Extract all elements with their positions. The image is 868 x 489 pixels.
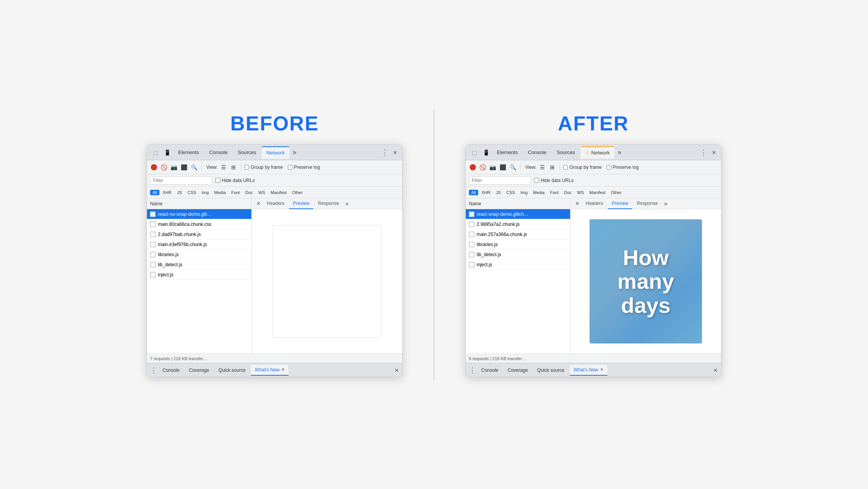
after-cursor-icon[interactable]: ⬚: [469, 147, 480, 158]
view-large-icon[interactable]: ⊞: [229, 163, 238, 172]
after-type-img[interactable]: Img: [518, 190, 530, 195]
after-hide-data-urls-checkbox[interactable]: [534, 178, 539, 183]
after-tab-sources[interactable]: Sources: [552, 146, 580, 159]
after-preview-tab-headers[interactable]: Headers: [582, 198, 607, 209]
after-type-font[interactable]: Font: [548, 190, 561, 195]
after-type-manifest[interactable]: Manifest: [587, 190, 608, 195]
after-drawer-menu-icon[interactable]: ⋮: [469, 366, 476, 375]
after-type-xhr[interactable]: XHR: [479, 190, 493, 195]
type-manifest[interactable]: Manifest: [268, 190, 289, 195]
after-preview-tab-preview[interactable]: Preview: [608, 198, 632, 209]
after-drawer-tab-whats-new[interactable]: What's New ✕: [570, 365, 607, 376]
after-group-by-frame-checkbox[interactable]: [563, 165, 568, 170]
after-type-media[interactable]: Media: [531, 190, 547, 195]
tab-elements[interactable]: Elements: [173, 146, 204, 159]
filter-input[interactable]: [150, 176, 212, 185]
drawer-tab-console[interactable]: Console: [159, 365, 183, 376]
after-tab-elements[interactable]: Elements: [492, 146, 522, 159]
type-img[interactable]: Img: [199, 190, 211, 195]
drawer-tab-quick-source[interactable]: Quick source: [214, 365, 249, 376]
after-camera-button[interactable]: 📷: [488, 163, 497, 172]
after-file-row-0[interactable]: react-snap-demo.glitch…: [466, 209, 570, 219]
type-css[interactable]: CSS: [185, 190, 199, 195]
after-tab-console[interactable]: Console: [523, 146, 551, 159]
type-media[interactable]: Media: [212, 190, 228, 195]
after-view-list-icon[interactable]: ☰: [538, 163, 546, 172]
type-xhr[interactable]: XHR: [160, 190, 174, 195]
after-drawer-close-icon[interactable]: ✕: [713, 367, 718, 373]
type-js[interactable]: JS: [175, 190, 184, 195]
after-clear-button[interactable]: 🚫: [478, 163, 487, 172]
after-preserve-log-checkbox[interactable]: [607, 165, 611, 170]
type-doc[interactable]: Doc: [243, 190, 255, 195]
preview-tab-headers[interactable]: Headers: [263, 198, 288, 209]
after-record-button[interactable]: [470, 164, 476, 170]
file-row-0[interactable]: react-no-snap-demo.glit…: [147, 209, 251, 219]
hide-data-urls-checkbox[interactable]: [215, 178, 220, 183]
after-preview-more-icon[interactable]: »: [662, 200, 669, 207]
after-close-devtools-icon[interactable]: ✕: [710, 149, 718, 156]
cursor-icon[interactable]: ⬚: [150, 147, 161, 158]
tab-console[interactable]: Console: [204, 146, 232, 159]
after-drawer-tab-quick-source[interactable]: Quick source: [533, 365, 568, 376]
drawer-whats-new-close-icon[interactable]: ✕: [281, 367, 285, 372]
type-all[interactable]: All: [150, 190, 159, 195]
device-icon[interactable]: 📱: [162, 147, 173, 158]
after-type-all[interactable]: All: [469, 190, 478, 195]
drawer-tab-coverage[interactable]: Coverage: [185, 365, 213, 376]
camera-button[interactable]: 📷: [169, 163, 178, 172]
close-devtools-icon[interactable]: ✕: [391, 149, 399, 156]
after-file-row-4[interactable]: lib_detect.js: [466, 250, 570, 260]
after-file-row-2[interactable]: main.257a366a.chunk.js: [466, 229, 570, 239]
group-by-frame-checkbox[interactable]: [244, 165, 249, 170]
preview-close-icon[interactable]: ✕: [255, 201, 262, 206]
type-font[interactable]: Font: [229, 190, 242, 195]
search-button[interactable]: 🔍: [190, 163, 198, 172]
drawer-menu-icon[interactable]: ⋮: [150, 366, 157, 375]
preview-tab-response[interactable]: Response: [314, 198, 343, 209]
after-tab-network[interactable]: ⚠ Network: [581, 146, 615, 159]
tab-sources[interactable]: Sources: [233, 146, 261, 159]
after-filter-icon[interactable]: ⬛: [498, 163, 507, 172]
after-view-large-icon[interactable]: ⊞: [548, 163, 557, 172]
file-row-5[interactable]: lib_detect.js: [147, 260, 251, 270]
after-more-tabs-icon[interactable]: »: [615, 148, 624, 156]
after-drawer-tab-console[interactable]: Console: [477, 365, 502, 376]
after-type-other[interactable]: Other: [609, 190, 624, 195]
file-row-3[interactable]: main.e3ef976b.chunk.js: [147, 239, 251, 250]
after-drawer-tab-coverage[interactable]: Coverage: [504, 365, 532, 376]
preserve-log-checkbox[interactable]: [288, 165, 292, 170]
file-row-4[interactable]: libraries.js: [147, 250, 251, 260]
after-type-css[interactable]: CSS: [504, 190, 517, 195]
preview-more-icon[interactable]: »: [344, 200, 350, 207]
drawer-tab-whats-new[interactable]: What's New ✕: [251, 365, 289, 376]
after-settings-icon[interactable]: ⋮: [698, 148, 709, 157]
settings-icon[interactable]: ⋮: [379, 148, 391, 157]
file-row-6[interactable]: inject.js: [147, 270, 251, 280]
filter-icon[interactable]: ⬛: [180, 163, 188, 172]
preview-tab-preview[interactable]: Preview: [289, 198, 313, 209]
after-type-js[interactable]: JS: [493, 190, 503, 195]
after-preview-tab-response[interactable]: Response: [633, 198, 662, 209]
after-file-row-1[interactable]: 2.9895a7a2.chunk.js: [466, 219, 570, 229]
after-type-ws[interactable]: WS: [575, 190, 586, 195]
after-type-doc[interactable]: Doc: [562, 190, 574, 195]
type-ws[interactable]: WS: [256, 190, 268, 195]
file-row-2[interactable]: 2.dad97bab.chunk.js: [147, 229, 251, 239]
tab-network[interactable]: Network: [262, 146, 290, 159]
after-device-icon[interactable]: 📱: [481, 147, 491, 158]
type-other[interactable]: Other: [290, 190, 305, 195]
after-filter-input[interactable]: [469, 176, 531, 185]
after-search-button[interactable]: 🔍: [508, 163, 517, 172]
after-drawer-whats-new-close-icon[interactable]: ✕: [600, 367, 603, 372]
view-list-icon[interactable]: ☰: [219, 163, 228, 172]
after-file-row-5[interactable]: inject.js: [466, 260, 570, 270]
more-tabs-icon[interactable]: »: [290, 148, 299, 156]
file-row-1[interactable]: main.80ca66ca.chunk.css: [147, 219, 251, 229]
clear-button[interactable]: 🚫: [159, 163, 168, 172]
drawer-close-icon[interactable]: ✕: [394, 367, 399, 373]
before-file-list: Name react-no-snap-demo.glit… main.80ca6…: [147, 198, 252, 354]
after-file-row-3[interactable]: libraries.js: [466, 239, 570, 250]
after-preview-close-icon[interactable]: ✕: [574, 201, 581, 206]
record-button[interactable]: [151, 164, 157, 170]
